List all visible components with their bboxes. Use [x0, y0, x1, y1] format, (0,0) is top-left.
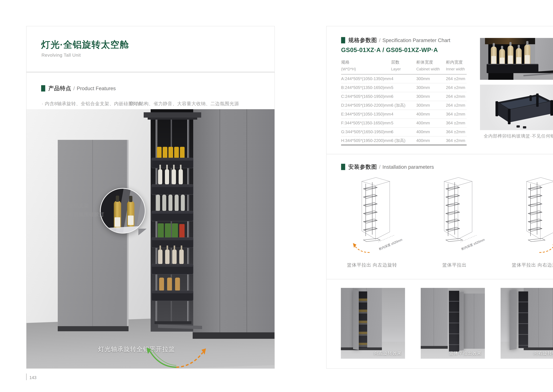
- left-page-card: 灯光·全铝旋转太空舱 Revolving Tall Unit 产品特点 / Pr…: [26, 26, 275, 369]
- pullout-rack: [518, 291, 528, 348]
- col-header: 规格: [341, 59, 391, 65]
- bottle-illustration: [508, 45, 513, 65]
- bottle-illustration: [524, 45, 531, 65]
- install-diagram-left-rotate: 柜内深度 ≥520mm: [341, 173, 403, 260]
- install-heading-en: Installation parameters: [382, 164, 434, 170]
- section-divider: [326, 154, 553, 154]
- model-number: GS05-01XZ·A / GS05-01XZ-WP·A: [341, 46, 438, 53]
- spec-table-header: 规格(W*D*H) 层数Layer 柜体宽度Cabinet width 柜内宽度…: [341, 59, 467, 74]
- col-header: 柜体宽度: [416, 59, 446, 65]
- pullout-rack: [449, 291, 459, 352]
- bottle-illustration: [127, 201, 134, 227]
- spec-heading-cn: 规格参数图: [348, 36, 377, 44]
- glass-basket-illustration: [480, 85, 553, 130]
- effect-caption: 向右旋转效果: [533, 350, 553, 356]
- depth-label: 柜内深度 ≥520mm: [378, 238, 403, 251]
- col-header: 层数: [391, 59, 416, 65]
- diagram-caption: 篮体平拉出 向左边旋转: [341, 262, 403, 268]
- table-row: C:244*505*(1650-1950)mm6300mm264 ±2mm: [341, 92, 467, 101]
- table-row: F:344*505*(1350-1650)mm5400mm364 ±2mm: [341, 119, 467, 127]
- callout-note-line1: 全铝支架: [69, 202, 89, 209]
- effect-caption: 向左旋转效果: [374, 350, 402, 356]
- pullout-rack: [358, 291, 367, 348]
- swung-door: [510, 290, 517, 350]
- feature-item: · 联动结构、省力静音、大容量大收纳、二边氛围光源: [126, 101, 239, 107]
- left-cabinet-panels: [58, 140, 129, 331]
- spec-heading-en: Specification Parameter Chart: [382, 37, 450, 43]
- effect-photo-left-rotate: 向左旋转效果: [341, 288, 405, 359]
- diagram-caption: 篮体平拉出 向右边旋转: [506, 262, 553, 268]
- page-subtitle: Revolving Tall Unit: [41, 53, 81, 58]
- tall-pullout-unit-illustration: [141, 112, 203, 335]
- bottle-illustration: [491, 46, 497, 66]
- page-number-left: 143: [29, 375, 36, 380]
- effect-photo-pullout: 篮体平拉出效果: [421, 288, 485, 359]
- gallery-caption: 全内部榫卯结构玻璃篮·不见任何螺丝: [480, 133, 553, 139]
- spec-heading: 规格参数图 / Specification Parameter Chart: [341, 36, 450, 44]
- bottle-illustration: [114, 201, 121, 228]
- green-square-icon: [341, 164, 345, 170]
- footer-rule-left: [26, 373, 27, 380]
- table-row: A:244*505*(1050-1350)mm4300mm264 ±2mm: [341, 74, 467, 83]
- green-square-icon: [41, 85, 45, 91]
- spec-heading-separator: /: [379, 37, 380, 43]
- rotation-arrows: [143, 346, 209, 368]
- install-diagram-right-rotate: [506, 173, 553, 260]
- effect-photo-right-rotate: 向右旋转效果: [501, 288, 553, 359]
- swung-door: [353, 290, 359, 350]
- callout-tail: [138, 229, 146, 235]
- table-row: E:344*505*(1050-1350)mm4400mm364 ±2mm: [341, 110, 467, 119]
- page-title: 灯光·全铝旋转太空舱: [41, 39, 129, 51]
- product-photo-bottles: [480, 38, 553, 80]
- features-heading-en: Product Features: [77, 85, 116, 91]
- title-divider: [27, 72, 275, 72]
- green-square-icon: [341, 37, 345, 43]
- install-heading: 安装参数图 / Installation parameters: [341, 163, 434, 171]
- spec-table: 规格(W*D*H) 层数Layer 柜体宽度Cabinet width 柜内宽度…: [341, 59, 467, 145]
- table-row: D:244*505*(1950-2200)mm6 (加高)300mm264 ±2…: [341, 101, 467, 110]
- effect-caption: 篮体平拉出效果: [449, 350, 482, 356]
- right-page-card: 规格参数图 / Specification Parameter Chart GS…: [326, 26, 553, 369]
- detail-callout-bubble: [100, 188, 145, 234]
- install-heading-separator: /: [379, 164, 380, 170]
- features-heading: 产品特点 / Product Features: [41, 85, 116, 92]
- col-header: 柜内宽度: [446, 59, 467, 65]
- depth-label: 柜内深度 ≥520mm: [461, 238, 485, 251]
- features-heading-cn: 产品特点: [48, 85, 71, 92]
- bottle-illustration: [516, 48, 522, 66]
- door-panel: [459, 292, 464, 350]
- table-row: B:244*505*(1350-1650)mm5300mm264 ±2mm: [341, 83, 467, 92]
- basket-front: [487, 64, 538, 73]
- catalog-spread: 灯光·全铝旋转太空舱 Revolving Tall Unit 产品特点 / Pr…: [0, 0, 553, 392]
- table-row: G:344*505*(1650-1950)mm6400mm364 ±2mm: [341, 127, 467, 136]
- features-heading-separator: /: [73, 85, 75, 91]
- bottle-illustration: [499, 49, 505, 66]
- section-divider: [326, 279, 553, 279]
- install-diagram-pullout: 柜内深度 ≥520mm: [423, 173, 485, 260]
- main-product-photo: 全铝支架 前后氛围硅胶灯 灯光轴承旋转全铝平开拉篮: [27, 109, 275, 368]
- right-cabinet-panels: [193, 109, 275, 339]
- product-photo-basket: [480, 85, 553, 130]
- table-row: H:344*505*(1950-2200)mm6 (加高)400mm364 ±2…: [341, 136, 467, 145]
- callout-note-line2: 前后氛围硅胶灯: [69, 211, 104, 218]
- diagram-caption: 篮体平拉出: [423, 262, 485, 268]
- install-heading-cn: 安装参数图: [348, 163, 377, 171]
